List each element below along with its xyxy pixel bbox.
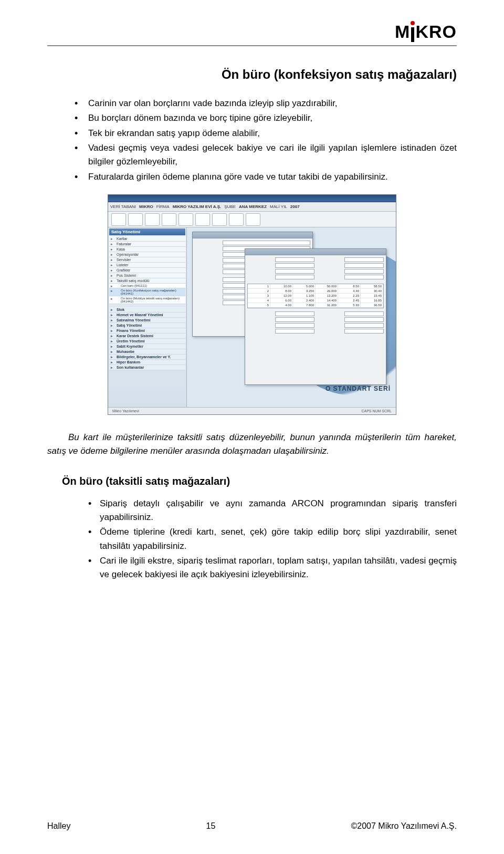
table-row[interactable]: 2 8.00 3.250 26.000 4.40 30.40 (248, 289, 383, 294)
window-titlebar[interactable] (193, 232, 312, 238)
toolbar-button[interactable] (195, 213, 210, 226)
sidebar-group[interactable]: Hizmet ve Masraf Yönetimi (109, 313, 185, 318)
bullet-list-2: Sipariş detaylı çalışabilir ve aynı zama… (47, 497, 457, 582)
firm-label: FİRMA (156, 204, 170, 209)
sidebar-group[interactable]: Üretim Yönetimi (109, 339, 185, 344)
sidebar-item[interactable]: Kartlar (109, 236, 185, 242)
sidebar-item[interactable]: Faturalar (109, 242, 185, 247)
table-row[interactable]: 1 10.00 5.000 50.000 8.50 58.50 (248, 284, 383, 289)
toolbar-button[interactable] (212, 213, 227, 226)
section-subtitle: Ön büro (taksitli satış mağazaları) (62, 475, 457, 487)
sidebar-item[interactable]: Servisler (109, 257, 185, 263)
text-field[interactable] (275, 311, 314, 316)
toolbar-button[interactable] (229, 213, 244, 226)
sidebar-item[interactable]: Operasyonlar (109, 252, 185, 257)
text-field[interactable] (344, 275, 384, 279)
toolbar-button[interactable] (111, 213, 126, 226)
toolbar-button[interactable] (128, 213, 143, 226)
sidebar-subitem[interactable]: Cari kartı (041111) (109, 284, 185, 288)
db-value: MIKRO (139, 204, 153, 209)
app-info-bar: VERİ TABANI MIKRO FİRMA MIKRO YAZILIM EV… (108, 202, 396, 212)
toolbar-button[interactable] (162, 213, 176, 226)
sidebar-group[interactable]: Sabit Kıymetler (109, 344, 185, 349)
brand-logo: M KRO (395, 21, 457, 42)
text-field[interactable] (275, 263, 314, 268)
sidebar-group[interactable]: Son kullananlar (109, 365, 185, 370)
sidebar-item[interactable]: Taksitli satış modülü (109, 278, 185, 284)
app-toolbar (108, 212, 396, 227)
sidebar-item[interactable]: Grafikler (109, 268, 185, 273)
text-field[interactable] (344, 311, 384, 316)
list-item: Cari ile ilgili ekstre, sipariş teslimat… (74, 554, 457, 582)
sidebar-header: Satış Yönetimi (109, 228, 185, 235)
app-titlebar (108, 195, 396, 202)
sidebar-item[interactable]: Kasa (109, 247, 185, 252)
status-left: Mikro Yazılımevi (112, 409, 139, 413)
branch-label: ŞUBE (224, 204, 236, 209)
toolbar-button[interactable] (178, 213, 193, 226)
child-window-detail: 1 10.00 5.000 50.000 8.50 58.50 2 8.00 3… (245, 248, 386, 385)
logo-text: KRO (415, 22, 457, 42)
main-area: 1 10.00 5.000 50.000 8.50 58.50 2 8.00 3… (187, 227, 396, 407)
table-row[interactable]: 5 4.00 7.800 31.200 5.30 36.50 (248, 303, 383, 308)
sidebar-group[interactable]: Satınalma Yönetimi (109, 318, 185, 323)
sidebar-subitem[interactable]: Ön büro (Konfeksiyon satış mağazaları) (… (109, 288, 185, 296)
table-row[interactable]: 3 12.00 1.100 13.200 2.25 15.45 (248, 294, 383, 298)
sidebar-group[interactable]: Satış Yönetimi (109, 323, 185, 328)
sidebar-item[interactable]: Pos Sistemi (109, 273, 185, 278)
sidebar-group[interactable]: Hiper Bankım (109, 360, 185, 365)
page-footer: Halley 15 ©2007 Mikro Yazılımevi A.Ş. (47, 821, 457, 831)
toolbar-button[interactable] (145, 213, 160, 226)
sidebar: Satış Yönetimi Kartlar Faturalar Kasa Op… (108, 227, 187, 407)
window-titlebar[interactable] (245, 249, 386, 255)
sidebar-group[interactable]: Muhasebe (109, 349, 185, 355)
sidebar-group[interactable]: Karar Destek Sistemi (109, 334, 185, 339)
text-field[interactable] (275, 275, 314, 279)
text-field[interactable] (275, 323, 314, 328)
page-title: Ön büro (konfeksiyon satış mağazaları) (47, 67, 457, 82)
data-table: 1 10.00 5.000 50.000 8.50 58.50 2 8.00 3… (247, 284, 384, 308)
series-label: O STANDART SERİ (326, 385, 391, 392)
sidebar-group[interactable]: Finans Yönetimi (109, 328, 185, 334)
status-right: CAPS NUM SCRL (361, 409, 392, 413)
logo-dot-icon (411, 21, 415, 25)
year-value: 2007 (290, 204, 300, 209)
sidebar-group[interactable]: Stok (109, 307, 185, 313)
sidebar-item[interactable]: Listeler (109, 263, 185, 268)
text-field[interactable] (344, 269, 384, 274)
window-body: 1 10.00 5.000 50.000 8.50 58.50 2 8.00 3… (245, 255, 386, 337)
text-field[interactable] (275, 329, 314, 334)
text-field[interactable] (344, 329, 384, 334)
list-item: Faturalarda girilen ödeme planına göre v… (74, 170, 457, 184)
body-paragraph: Bu kart ile müşterilerinize taksitli sat… (47, 431, 457, 459)
text-field[interactable] (275, 269, 314, 274)
toolbar-button[interactable] (246, 213, 260, 226)
list-item: Carinin var olan borçlarını vade bazında… (74, 97, 457, 110)
bullet-list-1: Carinin var olan borçlarını vade bazında… (47, 97, 457, 184)
document-page: M KRO Ön büro (konfeksiyon satış mağazal… (0, 0, 504, 854)
list-item: Vadesi geçmiş veya vadesi gelecek bakiye… (74, 141, 457, 169)
text-field[interactable] (344, 263, 384, 268)
text-field[interactable] (275, 317, 314, 322)
db-label: VERİ TABANI (110, 204, 136, 209)
text-field[interactable] (275, 257, 314, 262)
firm-value: MIKRO YAZILIM EVİ A.Ş. (173, 204, 222, 209)
embedded-screenshot: VERİ TABANI MIKRO FİRMA MIKRO YAZILIM EV… (108, 194, 396, 415)
footer-right: ©2007 Mikro Yazılımevi A.Ş. (351, 821, 457, 831)
list-item: Tek bir ekrandan satış yapıp ödeme alabi… (74, 127, 457, 140)
footer-left: Halley (47, 821, 70, 831)
sidebar-subitem[interactable]: Ön büro (Mobilya taksitli satış mağazala… (109, 296, 185, 304)
list-item: Ödeme tiplerine (kredi kartı, senet, çek… (74, 525, 457, 553)
page-header: M KRO (47, 21, 457, 46)
text-field[interactable] (344, 257, 384, 262)
sidebar-group[interactable]: Bildirgeler, Beyannameler ve Y. (109, 355, 185, 360)
text-field[interactable] (223, 241, 310, 245)
status-bar: Mikro Yazılımevi CAPS NUM SCRL (108, 407, 396, 414)
branch-value: ANA MERKEZ (239, 204, 267, 209)
text-field[interactable] (344, 323, 384, 328)
list-item: Sipariş detaylı çalışabilir ve aynı zama… (74, 497, 457, 525)
app-body: Satış Yönetimi Kartlar Faturalar Kasa Op… (108, 227, 396, 407)
text-field[interactable] (344, 317, 384, 322)
table-row[interactable]: 4 6.00 2.400 14.400 2.45 16.85 (248, 298, 383, 303)
year-label: MALİ YIL (270, 204, 287, 209)
